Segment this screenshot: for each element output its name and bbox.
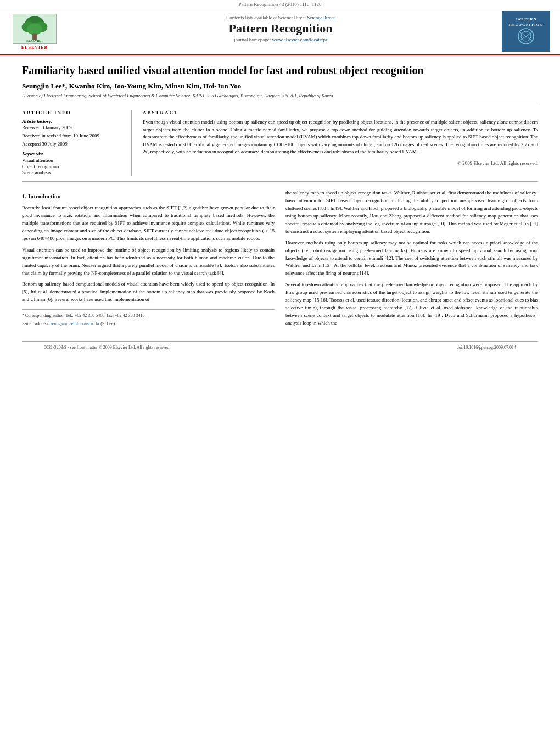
elsevier-logo: ELSEVIER ELSEVIER [10,13,59,51]
right-para-3: Several top-down attention approaches th… [285,281,538,327]
pattern-recognition-logo: PATTERN RECOGNITION [502,13,550,50]
email-suffix: (S. Lee). [100,321,116,326]
pr-logo-svg: PATTERN RECOGNITION [504,13,548,47]
email-link[interactable]: seungjin@eeinfo.kaist.ac.kr [51,321,99,326]
citation-text: Pattern Recognition 43 (2010) 1116–1128 [239,2,322,7]
homepage-label: journal homepage: [234,37,271,42]
article-info: ARTICLE INFO Article history: Received 8… [22,110,132,176]
right-para-2: However, methods using only bottom-up sa… [285,239,538,278]
right-para-1: the saliency map to speed up object reco… [285,189,538,236]
history-label: Article history: [22,119,124,124]
col-left: 1. Introduction Recently, local feature … [22,189,275,331]
elsevier-text: ELSEVIER [21,45,48,50]
corresponding-footnote: * Corresponding author. Tel.: +82 42 350… [22,313,275,319]
authors: Seungjin Lee*, Kwanho Kim, Joo-Young Kim… [22,82,538,91]
svg-text:PATTERN: PATTERN [515,17,536,21]
keyword-2: Object recognition [22,164,124,169]
journal-top-bar: ELSEVIER ELSEVIER Contents lists availab… [0,13,560,54]
revised-date: Received in revised form 10 June 2009 [22,133,124,138]
journal-center: Contents lists available at ScienceDirec… [59,13,502,44]
homepage-link[interactable]: www.elsevier.com/locate/pr [272,37,327,42]
article-title: Familiarity based unified visual attenti… [22,63,538,77]
keywords-label: Keywords: [22,151,124,157]
article-info-title: ARTICLE INFO [22,110,124,115]
footer-doi: doi:10.1016/j.patcog.2009.07.014 [457,345,516,350]
svg-text:RECOGNITION: RECOGNITION [509,23,543,27]
abstract-title: ABSTRACT [143,110,538,115]
body-columns: 1. Introduction Recently, local feature … [22,189,538,331]
intro-para-1: Recently, local feature based object rec… [22,204,275,243]
science-direct-line: Contents lists available at ScienceDirec… [65,15,496,20]
abstract-section: ABSTRACT Even though visual attention mo… [143,110,538,176]
contents-available-text: Contents lists available at ScienceDirec… [226,15,306,20]
keyword-1: Visual attention [22,158,124,163]
email-footnote: E-mail address: seungjin@eeinfo.kaist.ac… [22,321,275,327]
received-date: Received 8 January 2009 [22,125,124,130]
affiliation: Division of Electrical Engineering, Scho… [22,93,538,98]
svg-point-4 [27,23,42,35]
intro-para-3: Bottom-up saliency based computational m… [22,281,275,304]
footer-issn: 0031-3203/$ - see front matter © 2009 El… [44,345,170,350]
citation-line: Pattern Recognition 43 (2010) 1116–1128 [0,0,560,9]
col-right: the saliency map to speed up object reco… [285,189,538,331]
page-footer: 0031-3203/$ - see front matter © 2009 El… [22,341,538,353]
journal-homepage: journal homepage: www.elsevier.com/locat… [65,37,496,42]
accepted-date: Accepted 30 July 2009 [22,141,124,147]
science-direct-link[interactable]: ScienceDirect [307,15,334,20]
elsevier-tree-svg: ELSEVIER [13,14,56,44]
email-label: E-mail address: [22,321,49,326]
journal-header: ELSEVIER ELSEVIER Contents lists availab… [0,9,560,55]
copyright-line: © 2009 Elsevier Ltd. All rights reserved… [143,160,538,166]
pr-logo-box: PATTERN RECOGNITION [502,11,550,51]
keyword-3: Scene analysis [22,170,124,175]
abstract-text: Even though visual attention models usin… [143,119,538,156]
info-abstract-row: ARTICLE INFO Article history: Received 8… [22,104,538,182]
svg-text:ELSEVIER: ELSEVIER [26,39,43,42]
footnote-block: * Corresponding author. Tel.: +82 42 350… [22,309,275,327]
main-content: Familiarity based unified visual attenti… [0,55,560,364]
intro-para-2: Visual attention can be used to improve … [22,247,275,277]
intro-heading: 1. Introduction [22,192,275,201]
journal-title-banner: Pattern Recognition [65,21,496,36]
elsevier-tree-image: ELSEVIER [13,14,57,44]
